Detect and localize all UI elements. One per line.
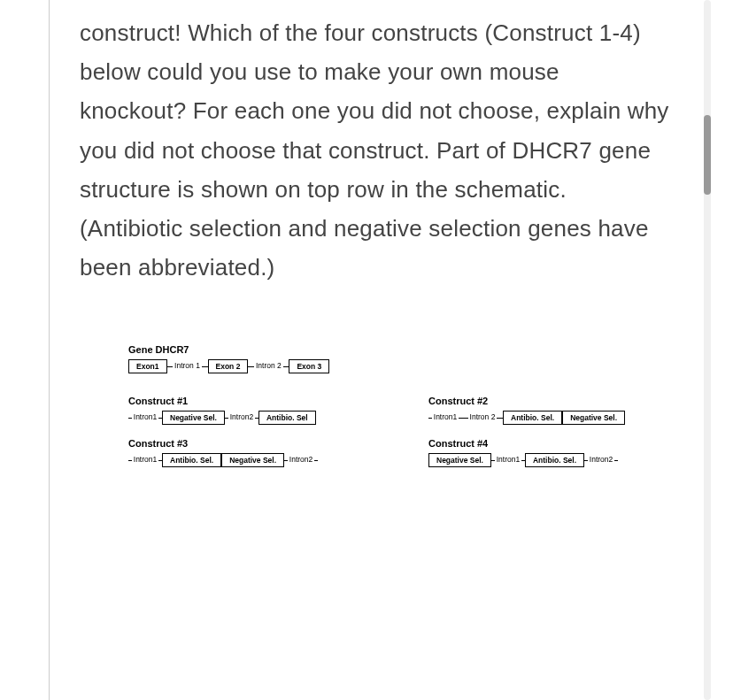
- diagram-area: Gene DHCR7 Exon1 Intron 1 Exon 2 Intron …: [71, 344, 680, 467]
- c1-seg1: Negative Sel.: [162, 411, 225, 425]
- c4-seg3: Intron2: [584, 460, 618, 461]
- c2-seg3: Negative Sel.: [562, 411, 625, 425]
- construct-3-title: Construct #3: [128, 438, 380, 449]
- gene-title: Gene DHCR7: [128, 344, 680, 355]
- c2-seg0-label: Intron1: [432, 412, 459, 421]
- constructs-grid: Construct #1 Intron1 Negative Sel. Intro…: [128, 396, 680, 467]
- c1-seg0-label: Intron1: [132, 412, 158, 421]
- gene-intron2: Intron 2: [248, 366, 289, 367]
- c2-seg0: Intron1: [428, 418, 462, 419]
- construct-3-row: Intron1 Antibio. Sel. Negative Sel. Intr…: [128, 453, 380, 467]
- gene-intron1: Intron 1: [167, 366, 208, 367]
- scrollbar-thumb[interactable]: [704, 115, 711, 195]
- page-container: construct! Which of the four constructs …: [0, 0, 733, 700]
- construct-4-title: Construct #4: [428, 438, 680, 449]
- c3-seg3-label: Intron2: [288, 455, 314, 464]
- c2-seg2: Antibio. Sel.: [503, 411, 562, 425]
- c2-seg1-label: Intron 2: [468, 412, 498, 421]
- construct-4: Construct #4 Negative Sel. Intron1 Antib…: [428, 438, 680, 467]
- c1-seg0: Intron1: [128, 418, 162, 419]
- c4-seg2: Antibio. Sel.: [525, 453, 584, 467]
- construct-4-row: Negative Sel. Intron1 Antibio. Sel. Intr…: [428, 453, 680, 467]
- c1-seg2-label: Intron2: [228, 412, 255, 421]
- c1-seg2: Intron2: [225, 418, 258, 419]
- c1-seg3: Antibio. Sel: [258, 411, 316, 425]
- c4-seg0: Negative Sel.: [428, 453, 491, 467]
- construct-1: Construct #1 Intron1 Negative Sel. Intro…: [128, 396, 380, 425]
- gene-intron1-label: Intron 1: [173, 361, 202, 370]
- construct-1-row: Intron1 Negative Sel. Intron2 Antibio. S…: [128, 411, 380, 425]
- c4-seg1: Intron1: [491, 460, 525, 461]
- construct-2: Construct #2 Intron1 Intron 2 Antibio. S…: [428, 396, 680, 425]
- c3-seg2: Negative Sel.: [221, 453, 284, 467]
- c4-seg3-label: Intron2: [588, 455, 614, 464]
- c2-seg1: Intron 2: [462, 418, 503, 419]
- construct-2-title: Construct #2: [428, 396, 680, 406]
- construct-3: Construct #3 Intron1 Antibio. Sel. Negat…: [128, 438, 380, 467]
- c3-seg0: Intron1: [128, 460, 162, 461]
- left-border: [49, 0, 50, 700]
- c3-seg1: Antibio. Sel.: [162, 453, 221, 467]
- scrollbar-track[interactable]: [704, 0, 711, 700]
- construct-2-row: Intron1 Intron 2 Antibio. Sel. Negative …: [428, 411, 680, 425]
- construct-1-title: Construct #1: [128, 396, 380, 406]
- gene-exon3: Exon 3: [289, 359, 329, 373]
- gene-intron2-label: Intron 2: [254, 361, 283, 370]
- gene-exon2: Exon 2: [208, 359, 249, 373]
- gene-exon1: Exon1: [128, 359, 167, 373]
- c3-seg0-label: Intron1: [132, 455, 158, 464]
- gene-structure: Exon1 Intron 1 Exon 2 Intron 2 Exon 3: [128, 359, 680, 373]
- question-text: construct! Which of the four constructs …: [71, 0, 680, 287]
- c4-seg1-label: Intron1: [495, 455, 521, 464]
- c3-seg3: Intron2: [284, 460, 318, 461]
